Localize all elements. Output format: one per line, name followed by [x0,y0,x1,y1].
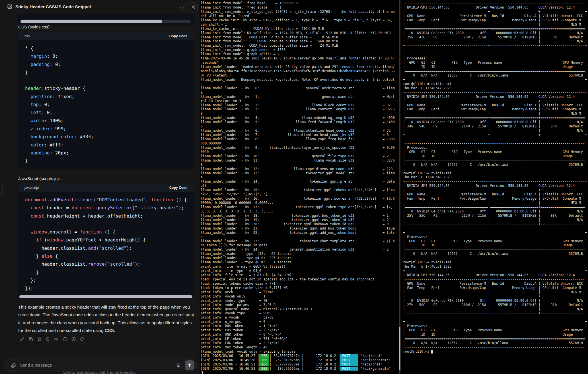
terminal-line: llama_model_loader: - kv 6: llama.attent… [201,129,399,133]
terminal-line: |=======================================… [403,294,588,299]
js-code-header: javascript Copy Code [18,183,194,192]
terminal-line: print_info: LF token = 781 '<0x0A>' [201,337,399,341]
css-code-header: css Copy Code [18,32,194,40]
terminal-line: print_info: vocab type = SPM [201,311,399,315]
terminal-line: llama_model_load: vocab only - skipping … [201,350,399,354]
attach-file-icon[interactable] [11,362,17,368]
nvidia-smi-terminal: +---------------------------------------… [402,0,588,374]
terminal-line: +---------------------------------------… [403,167,588,171]
terminal-line: | | | MIG M. | [403,22,588,27]
terminal-line: print_info: n_vocab = 32768 [201,315,399,320]
terminal-line: llama_model_loader: - kv 8: llama.rope.f… [201,137,399,141]
microphone-icon[interactable] [176,362,181,368]
terminal-line: ult [201,184,399,188]
terminal-line: llama_model_loader: - kv 19: tokenizer.g… [201,218,399,222]
terminal-line: | 27% 58C P2 208W / 215W | 5579MiB / 819… [403,303,588,307]
page-title: Sticky Header CSS/JS Code Snippet [15,4,91,9]
terminal-line: | Fan Temp Perf Pwr:Usage/Cap | Memory-U… [403,197,588,201]
terminal-line: [GIN] 2025/03/06 - 16:46:51 | 200 | 6.77… [201,362,399,367]
terminal-line: | GPU Name Persistence-M | Bus-Id Disp.A… [403,14,588,18]
message-actions-row [20,337,85,342]
copy-code-button-js[interactable]: Copy Code [169,186,187,190]
terminal-line: | ID ID Usage | [403,243,588,247]
terminal-line: llama_model_loader: - kv 4: llama.embedd… [201,116,399,120]
terminal-line: llama_model_loader: - type q4_0: 225 ten… [201,256,399,260]
code-line: if (window.pageYOffset > headerHeight) { [25,237,187,245]
terminal-line: | NVIDIA-SMI 550.144.03 Driver Version: … [403,5,588,10]
send-button[interactable] [185,360,194,370]
terminal-line: llama_model_loader: - kv 3: llama.contex… [201,107,399,111]
terminal-line: llama_init_from_model: CUDA0 compute buf… [201,39,399,44]
terminal-line: load: token to piece cache size = 0.1731… [201,286,399,290]
terminal-line: del will not be utilized [201,14,399,18]
read-aloud-icon[interactable] [54,337,59,342]
css-lang-label: css [24,34,30,38]
terminal-line: [GIN] 2025/03/06 - 16:45:27 | 200 | 38.5… [201,354,399,358]
terminal-line [403,48,588,52]
terminal-line: | Processes: | [403,146,588,150]
continue-response-icon[interactable] [71,337,76,342]
terminal-line: llama_model_loader: - type q6_K: 1 tenso… [201,260,399,265]
new-chat-button[interactable] [180,4,187,11]
terminal-line: llama_model_loader: - kv 2: llama.block_… [201,103,399,108]
terminal-line: | GPU Name Persistence-M | Bus-Id Disp.A… [403,282,588,286]
terminal-line: |---------------------------------------… [403,188,588,192]
terminal-line: +---------------------------------------… [403,90,588,95]
terminal-line: | 0 NVIDIA GeForce RTX 2080 Off | 000000… [403,209,588,214]
terminal-line: +---------------------------------------… [403,133,588,137]
copy-code-button-css[interactable]: Copy Code [169,34,187,38]
css-section-label: CSS (styles.css): [18,24,51,29]
info-icon[interactable] [63,337,67,342]
terminal-line: llama_model_loader: - kv 7: llama.attent… [201,133,399,137]
terminal-scrollbar-track[interactable] [399,0,400,374]
edit-title-icon[interactable] [7,4,13,9]
code-line: window.onscroll = function () { [25,229,187,237]
terminal-line: llama_init_from_model: graph splits = 2 [201,52,399,56]
code-hscrollbar-track[interactable] [20,20,191,23]
terminal-line: UF V3 (latest)) [201,73,399,78]
terminal-line: llama_model_loader: - kv 23: tokenizer.c… [201,239,399,243]
thumbs-up-icon[interactable] [37,337,42,342]
terminal-line: print_info: BOS token = 1 '<s>' [201,324,399,328]
js-code-hscrollbar-thumb[interactable] [19,295,192,298]
terminal-line: print_info: n_merges = 0 [201,320,399,324]
message-input[interactable] [20,363,172,367]
code-hscrollbar-thumb[interactable] [20,20,162,23]
css-code-body: * { margin: 0; padding: 0;}header.sticky… [18,40,194,166]
thumbs-down-icon[interactable] [46,337,50,342]
terminal-line: | NVIDIA-SMI 550.144.03 Driver Version: … [403,273,588,277]
terminal-line: | 0 NVIDIA GeForce RTX 2080 Off | 000000… [403,120,588,124]
terminal-line: [GIN] 2025/03/06 - 16:46:52 | 200 | 187.… [201,367,399,371]
terminal-line: print_info: general.name = Mistral-7B-In… [201,307,399,311]
edit-message-icon[interactable] [20,337,25,342]
terminal-line: print_info: EOS token = 2 '</s>' [201,328,399,332]
code-line: header.classList.add("scrolled"); [25,245,187,253]
terminal-line: | 25% 55C P2 213W / 215W | 5579MiB / 819… [403,214,588,218]
terminal-line: | | | N/A | [403,129,588,133]
terminal-line: Thu Mar 6 17:46:47 2025 [403,86,588,90]
copy-message-icon[interactable] [28,337,33,342]
regenerate-icon[interactable] [80,337,85,342]
terminal-line: llama_model_loader: - kv 9: llama.attent… [201,146,399,150]
sidebar-toggle-handle[interactable] [1,185,3,195]
terminal-line: | ID ID Usage | [403,65,588,69]
terminal-line: llama_model_loader: - kv 17: tokenizer.g… [201,205,399,209]
terminal-line: can_shift = 1 [201,22,399,27]
terminal-line: | Fan Temp Perf Pwr:Usage/Cap | Memory-U… [403,18,588,22]
terminal-line: +---------------------------------------… [403,78,588,82]
terminal-line: | | | N/A | [403,39,588,44]
share-button[interactable] [189,3,198,11]
code-line: padding: 0; [25,62,187,70]
terminal-line: +---------------------------------------… [403,44,588,48]
terminal-line: |=======================================… [403,337,588,341]
terminal-scrollbar-thumb[interactable] [399,327,400,370]
js-code-block: javascript Copy Code document.addEventLi… [18,183,194,299]
terminal-line: llama_model_loader: - kv 13: tokenizer.g… [201,171,399,175]
terminal-line: +---------------------------------------… [403,179,588,184]
terminal-line: llama_model_loader: - kv 14: tokenizer.g… [201,179,399,184]
code-line: z-index: 999; [25,126,187,134]
terminal-line: e [201,235,399,239]
code-line [25,221,187,229]
terminal-line: load: special_eos_id is not in special_e… [201,277,399,282]
code-line: } else { [25,253,187,261]
